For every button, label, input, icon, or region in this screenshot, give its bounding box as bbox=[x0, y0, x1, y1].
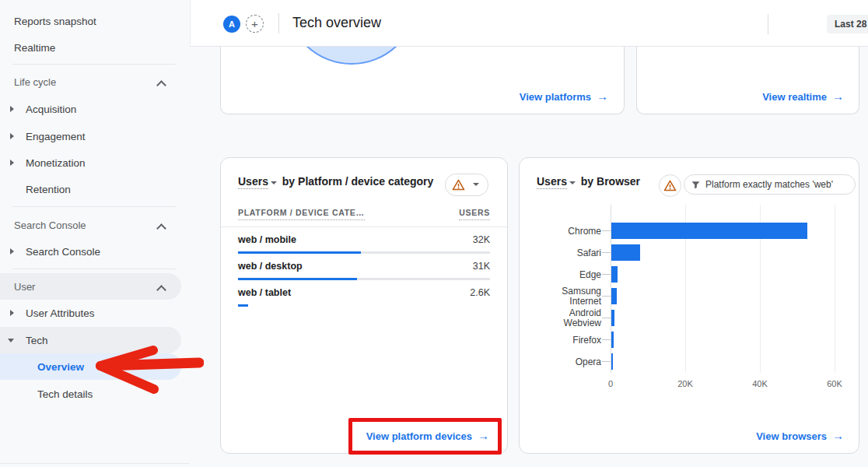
right-arrow-icon: → bbox=[597, 90, 608, 103]
sidebar-item-user-attributes[interactable]: User Attributes bbox=[0, 300, 181, 326]
expand-arrow-icon[interactable] bbox=[10, 310, 14, 316]
chevron-up-icon[interactable] bbox=[158, 223, 166, 229]
card-title: Users by Browser bbox=[537, 175, 640, 188]
category-tick bbox=[602, 274, 611, 275]
chart-row: Safari bbox=[520, 242, 860, 264]
chevron-up-icon[interactable] bbox=[158, 284, 166, 290]
sidebar-item-acquisition[interactable]: Acquisition bbox=[0, 96, 181, 122]
report-navigation-sidebar: Reports snapshot Realtime Life cycle Acq… bbox=[0, 0, 190, 467]
sidebar-section-life-cycle[interactable]: Life cycle bbox=[0, 68, 181, 95]
collapse-arrow-icon[interactable] bbox=[8, 339, 14, 342]
sidebar-section-search-console[interactable]: Search Console bbox=[0, 212, 181, 238]
platform-cell: web / mobile bbox=[238, 234, 296, 245]
platforms-card: View platforms→ bbox=[220, 47, 625, 114]
bar-chrome bbox=[611, 223, 807, 239]
sidebar-item-reports-snapshot[interactable]: Reports snapshot bbox=[0, 8, 181, 34]
sidebar-divider bbox=[12, 64, 176, 65]
sidebar-item-retention[interactable]: Retention bbox=[0, 176, 181, 202]
expand-arrow-icon[interactable] bbox=[10, 248, 14, 255]
red-arrow-annotation bbox=[95, 340, 204, 396]
platform-cell: web / desktop bbox=[238, 261, 303, 272]
x-axis-tick-label: 0 bbox=[608, 379, 613, 388]
view-browsers-link[interactable]: View browsers→ bbox=[756, 429, 844, 442]
column-header-users[interactable]: USERS bbox=[459, 208, 490, 220]
sidebar-item-engagement[interactable]: Engagement bbox=[0, 123, 181, 149]
metric-dropdown-caret-icon bbox=[569, 181, 576, 184]
sidebar-item-realtime[interactable]: Realtime bbox=[0, 34, 181, 61]
filter-funnel-icon bbox=[691, 180, 701, 190]
sidebar-divider bbox=[12, 206, 176, 207]
expand-arrow-icon[interactable] bbox=[10, 133, 14, 139]
category-label: Chrome bbox=[520, 226, 601, 237]
bar-android-webview bbox=[611, 310, 614, 326]
sidebar-section-user[interactable]: User bbox=[0, 273, 181, 300]
bar-samsung-internet bbox=[611, 288, 617, 304]
date-range-selector[interactable]: Last 28 bbox=[827, 15, 868, 33]
row-bar-fill bbox=[238, 304, 248, 307]
sidebar-divider bbox=[12, 269, 176, 269]
chart-row: AndroidWebview bbox=[520, 307, 860, 329]
platform-cell: web / tablet bbox=[238, 287, 291, 298]
warning-triangle-icon bbox=[452, 178, 465, 191]
platform-table-body: web / mobile32Kweb / desktop31Kweb / tab… bbox=[238, 227, 490, 307]
category-label: Firefox bbox=[520, 335, 601, 346]
platform-pie-chart bbox=[285, 47, 418, 65]
data-quality-badge[interactable] bbox=[659, 174, 681, 197]
page-title: Tech overview bbox=[292, 15, 381, 31]
chevron-up-icon[interactable] bbox=[158, 79, 166, 86]
sidebar-item-search-console[interactable]: Search Console bbox=[0, 238, 181, 265]
chart-row: Edge bbox=[520, 264, 860, 286]
comparison-chip-avatar[interactable]: A bbox=[223, 16, 240, 33]
sidebar-item-monetization[interactable]: Monetization bbox=[0, 149, 181, 176]
metric-selector[interactable]: Users bbox=[537, 175, 567, 189]
red-box-annotation bbox=[348, 418, 502, 455]
row-bar-track bbox=[238, 304, 490, 307]
category-label: Safari bbox=[520, 248, 601, 258]
bar-edge bbox=[611, 266, 618, 283]
sidebar-divider bbox=[0, 463, 190, 464]
bar-safari bbox=[611, 244, 640, 261]
expand-arrow-icon[interactable] bbox=[10, 160, 14, 166]
category-tick bbox=[602, 361, 611, 362]
column-header-platform[interactable]: PLATFORM / DEVICE CATE… bbox=[238, 208, 365, 220]
report-header: A + Tech overview Last 28 bbox=[190, 0, 868, 47]
users-cell: 2.6K bbox=[470, 287, 490, 298]
category-label: Opera bbox=[520, 357, 601, 367]
table-row: web / tablet2.6K bbox=[238, 280, 490, 307]
metric-dropdown-caret-icon bbox=[271, 181, 277, 184]
header-divider bbox=[768, 14, 768, 34]
right-arrow-icon: → bbox=[832, 90, 844, 103]
category-tick bbox=[602, 318, 611, 318]
x-axis-tick-label: 40K bbox=[752, 379, 768, 388]
warning-triangle-icon bbox=[663, 179, 677, 192]
view-realtime-link[interactable]: View realtime→ bbox=[762, 90, 844, 103]
category-tick bbox=[602, 252, 611, 253]
category-label: Edge bbox=[520, 270, 601, 280]
chart-row: Firefox bbox=[520, 329, 860, 351]
card-title: Users by Platform / device category bbox=[238, 175, 433, 188]
expand-arrow-icon[interactable] bbox=[10, 106, 14, 112]
metric-selector[interactable]: Users bbox=[238, 175, 268, 189]
bar-firefox bbox=[611, 332, 614, 348]
table-header-row: PLATFORM / DEVICE CATE… USERS bbox=[238, 208, 490, 220]
add-comparison-button[interactable]: + bbox=[246, 15, 264, 33]
data-quality-badge[interactable] bbox=[445, 174, 488, 196]
chart-row: Chrome bbox=[520, 220, 860, 242]
right-arrow-icon: → bbox=[832, 429, 844, 442]
filter-chip[interactable]: Platform exactly matches 'web' bbox=[684, 174, 856, 195]
bar-opera bbox=[611, 353, 613, 370]
category-tick bbox=[602, 230, 611, 231]
ga4-tech-overview-page: { "header": { "avatar_letter": "A", "plu… bbox=[0, 0, 868, 467]
x-axis-tick-label: 60K bbox=[827, 379, 842, 388]
realtime-card: View realtime→ bbox=[636, 47, 859, 114]
category-label: SamsungInternet bbox=[520, 286, 601, 307]
chart-row: SamsungInternet bbox=[520, 286, 860, 307]
users-by-platform-device-card: Users by Platform / device category PLAT… bbox=[220, 157, 508, 454]
users-by-browser-card: Users by Browser Platform exactly matche… bbox=[519, 157, 859, 454]
users-cell: 32K bbox=[473, 234, 490, 245]
table-row: web / mobile32K bbox=[238, 227, 490, 254]
chart-row: Opera bbox=[520, 351, 860, 373]
view-platforms-link[interactable]: View platforms→ bbox=[520, 90, 608, 103]
dropdown-caret-icon bbox=[473, 183, 479, 186]
users-cell: 31K bbox=[473, 261, 490, 272]
